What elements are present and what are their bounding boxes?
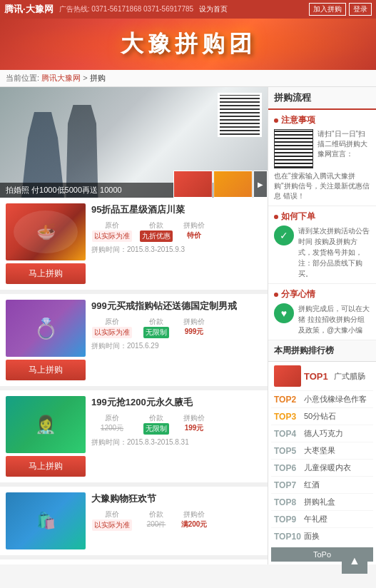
deal-1-join-button[interactable]: 马上拼购 bbox=[6, 263, 86, 284]
rank-4-label: TOP4 bbox=[274, 429, 301, 439]
rank-10-name: 面换 bbox=[304, 531, 320, 542]
rank-3-item[interactable]: TOP3 50分钻石 bbox=[271, 408, 373, 425]
rank-8-name: 拼购礼盒 bbox=[304, 497, 335, 507]
ranking-list: TOP1 广式腊肠 TOP2 小意伐橡绿色作客 TOP3 50分钻石 TOP4 … bbox=[268, 362, 376, 544]
deal-item: 👩‍⚕️ 马上拼购 199元抢1200元永久腋毛 原价 1200元 价款 无限制 bbox=[0, 390, 268, 487]
deal-3-join-button[interactable]: 马上拼购 bbox=[6, 456, 86, 477]
rank-4-item[interactable]: TOP4 德人巧克力 bbox=[271, 425, 373, 442]
hero-image: 拍婚照 付1000低5000再送 10000 ▶ bbox=[0, 87, 268, 198]
rank-6-name: 儿童保暖内衣 bbox=[304, 462, 351, 473]
back-to-top-button[interactable]: ▲ bbox=[342, 548, 367, 564]
deal-item: 💍 马上拼购 999元买戒指购钻还送德国定制男戒 原价 以实际为准 价款 无限制 bbox=[0, 294, 268, 390]
deal-2-join-button[interactable]: 马上拼购 bbox=[6, 360, 86, 380]
sidebar-heading: 拼购流程 bbox=[268, 87, 376, 110]
top-bar: 腾讯·大豫网 广告热线: 0371-56171868 0371-56917785… bbox=[0, 0, 376, 19]
thumb-3[interactable]: ▶ bbox=[253, 171, 268, 198]
rank-6-item[interactable]: TOP6 儿童保暖内衣 bbox=[271, 460, 373, 477]
rank-5-name: 大枣坚果 bbox=[304, 445, 335, 456]
rank-1-name: 广式腊肠 bbox=[334, 371, 365, 382]
left-column: 拍婚照 付1000低5000再送 10000 ▶ 🍜 马上拼购 95折品五星级酒… bbox=[0, 87, 268, 564]
sidebar-share-section: 分享心情 ♥ 拼购完成后，可以在大猪 拉拉招收拼购分组及政策，@大豫小编 bbox=[268, 284, 376, 340]
deal-1-title: 95折品五星级酒店川菜 bbox=[91, 203, 262, 216]
sidebar-notice-text: 请扫"日一日"扫描二维码拼购大豫网宣言： bbox=[317, 129, 370, 159]
rank-2-label: TOP2 bbox=[274, 395, 301, 405]
rank-3-name: 50分钻石 bbox=[304, 411, 336, 422]
rank-3-label: TOP3 bbox=[274, 412, 301, 422]
sidebar-howto-text: 请到某次拼购活动公告时间 按购及拼购方式，发货格号并如，注：部分品质线下购买。 bbox=[298, 225, 370, 279]
rank-2-item[interactable]: TOP2 小意伐橡绿色作客 bbox=[271, 391, 373, 408]
deal-2-image: 💍 bbox=[6, 300, 86, 357]
deal-1-group-label: 价款 bbox=[149, 220, 163, 230]
rank-7-item[interactable]: TOP7 红酒 bbox=[271, 477, 373, 494]
deal-2-title: 999元买戒指购钻还送德国定制男戒 bbox=[91, 300, 262, 313]
rank-7-name: 红酒 bbox=[304, 480, 320, 490]
sidebar-share-text: 拼购完成后，可以在大猪 拉拉招收拼购分组及政策，@大豫小编 bbox=[298, 303, 370, 335]
rank-5-label: TOP5 bbox=[274, 446, 301, 456]
banner-title: 大豫拼购团 bbox=[121, 29, 256, 60]
sidebar-howto-title: 如何下单 bbox=[281, 211, 315, 223]
breadcrumb-current: 拼购 bbox=[90, 74, 106, 82]
rank-7-label: TOP7 bbox=[274, 480, 301, 490]
howto-icon: ✓ bbox=[274, 225, 294, 245]
deal-1-image: 🍜 bbox=[6, 203, 86, 260]
deal-1-final: 特价 bbox=[187, 230, 201, 240]
rank-5-item[interactable]: TOP5 大枣坚果 bbox=[271, 442, 373, 460]
rank-10-label: TOP10 bbox=[274, 532, 301, 542]
ranking-heading: 本周拼购排行榜 bbox=[268, 340, 376, 362]
rank-8-item[interactable]: TOP8 拼购礼盒 bbox=[271, 494, 373, 511]
rank-9-name: 午礼橙 bbox=[304, 514, 327, 524]
deal-item: 🍜 马上拼购 95折品五星级酒店川菜 原价 以实际为准 价款 九折优惠 bbox=[0, 198, 268, 294]
sidebar-howto-section: 如何下单 ✓ 请到某次拼购活动公告时间 按购及拼购方式，发货格号并如，注：部分品… bbox=[268, 206, 376, 284]
rank-6-label: TOP6 bbox=[274, 463, 301, 473]
rank-1-item[interactable]: TOP1 广式腊肠 bbox=[271, 362, 373, 391]
right-sidebar: 拼购流程 注意事项 请扫"日一日"扫描二维码拼购大豫网宣言： 也在"搜索输入腾讯… bbox=[268, 87, 376, 564]
rank-2-name: 小意伐橡绿色作客 bbox=[304, 394, 367, 405]
deal-4-image: 🛍️ bbox=[6, 492, 86, 549]
banner: 大豫拼购团 bbox=[0, 19, 376, 70]
deal-4-title: 大豫购物狂欢节 bbox=[91, 492, 262, 505]
sidebar-notice-title: 注意事项 bbox=[281, 114, 315, 126]
deal-item: 🛍️ 大豫购物狂欢节 原价 以实际为准 价款 200件 拼购价 bbox=[0, 487, 268, 559]
deal-1-final-label: 拼购价 bbox=[183, 220, 205, 230]
set-homepage[interactable]: 设为首页 bbox=[199, 4, 228, 14]
rank-9-label: TOP9 bbox=[274, 514, 301, 524]
rank-1-label: TOP1 bbox=[304, 371, 331, 382]
breadcrumb: 当前位置: 腾讯大豫网 > 拼购 bbox=[0, 70, 376, 87]
deal-3-title: 199元抢1200元永久腋毛 bbox=[91, 396, 262, 409]
logo: 腾讯·大豫网 bbox=[4, 3, 54, 16]
register-button[interactable]: 加入拼购 bbox=[309, 3, 346, 16]
deal-3-expire: 拼购时间：2015.8.3-2015.8.31 bbox=[91, 437, 262, 447]
login-button[interactable]: 登录 bbox=[349, 3, 372, 16]
sidebar-share-title: 分享心情 bbox=[281, 288, 315, 300]
thumb-2[interactable] bbox=[213, 171, 253, 198]
rank-8-label: TOP8 bbox=[274, 497, 301, 507]
sidebar-notice-section: 注意事项 请扫"日一日"扫描二维码拼购大豫网宣言： 也在"搜索输入腾讯大豫拼购"… bbox=[268, 110, 376, 206]
rank-4-name: 德人巧克力 bbox=[304, 428, 343, 439]
breadcrumb-home-link[interactable]: 腾讯大豫网 bbox=[41, 74, 81, 82]
deal-3-image: 👩‍⚕️ bbox=[6, 396, 86, 453]
deal-1-expire: 拼购时间：2015.8.3-2015.9.3 bbox=[91, 245, 262, 255]
sidebar-notice-text2: 也在"搜索输入腾讯大豫拼购"拼购信号，关注最新优惠信息 错误！ bbox=[274, 171, 370, 201]
thumb-1[interactable] bbox=[173, 171, 213, 198]
deal-1-price-original: 以实际为准 bbox=[92, 230, 132, 242]
deal-1-group-val: 九折优惠 bbox=[140, 230, 173, 242]
phone-text: 广告热线: 0371-56171868 0371-56917785 bbox=[59, 4, 193, 14]
share-icon: ♥ bbox=[274, 303, 294, 323]
deal-2-expire: 拼购时间：2015.6.29 bbox=[91, 341, 262, 351]
rank-9-item[interactable]: TOP9 午礼橙 bbox=[271, 511, 373, 528]
rank-10-item[interactable]: TOP10 面换 bbox=[271, 528, 373, 544]
sidebar-qr bbox=[274, 129, 313, 168]
deal-1-price-label: 原价 bbox=[105, 220, 119, 230]
